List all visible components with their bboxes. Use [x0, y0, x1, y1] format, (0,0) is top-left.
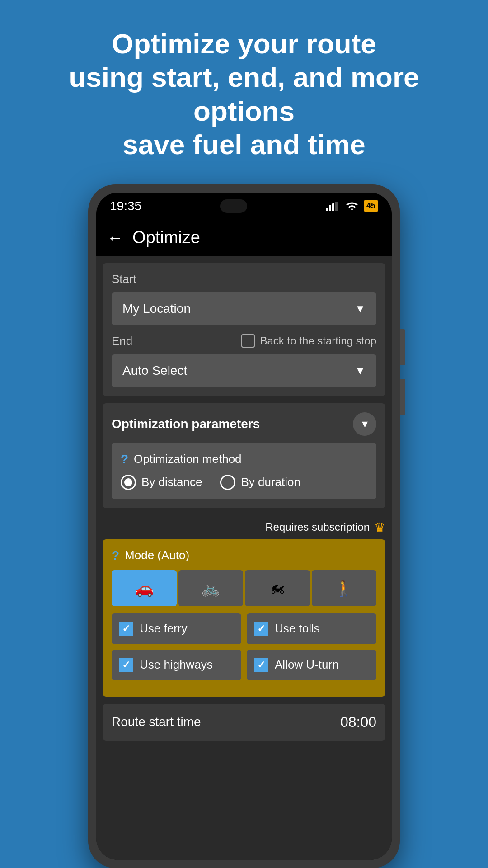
back-to-start-checkbox[interactable] — [241, 334, 255, 348]
back-to-start-checkbox-row[interactable]: Back to the starting stop — [241, 334, 376, 348]
start-dropdown-arrow: ▼ — [355, 302, 366, 315]
route-start-time-row: Route start time 08:00 — [103, 704, 385, 741]
transport-mode-row: 🚗 🚲 🏍 🚶 — [112, 570, 376, 606]
radio-outer-duration — [220, 475, 235, 490]
opt-help-icon[interactable]: ? — [121, 452, 128, 467]
start-dropdown-value: My Location — [122, 302, 191, 316]
radio-by-distance[interactable]: By distance — [121, 475, 202, 490]
use-tolls-checkbox[interactable]: ✓ Use tolls — [247, 613, 376, 644]
allow-uturn-checkmark: ✓ — [257, 659, 265, 671]
back-to-start-label: Back to the starting stop — [260, 335, 376, 347]
hero-line1: Optimize your route — [112, 28, 376, 59]
motorcycle-icon: 🏍 — [270, 579, 285, 597]
radio-row: By distance By duration — [121, 475, 367, 490]
battery-icon: 45 — [364, 200, 378, 212]
optimization-params-section: Optimization parameters ▾ ? Optimization… — [103, 403, 385, 508]
use-ferry-label: Use ferry — [140, 622, 187, 636]
transport-car-button[interactable]: 🚗 — [112, 570, 177, 606]
radio-by-duration[interactable]: By duration — [220, 475, 300, 490]
crown-icon: ♛ — [374, 520, 385, 535]
use-tolls-label: Use tolls — [275, 622, 320, 636]
hero-line2: using start, end, and more options — [69, 61, 419, 126]
signal-icon — [326, 201, 340, 211]
use-highways-label: Use highways — [140, 658, 213, 672]
status-notch — [220, 199, 247, 213]
mode-help-icon[interactable]: ? — [112, 548, 119, 563]
radio-inner-distance — [124, 478, 132, 486]
status-time: 19:35 — [110, 199, 141, 213]
allow-uturn-check-box: ✓ — [254, 658, 268, 672]
subscription-notice: Requires subscription ♛ — [96, 515, 392, 539]
opt-header: Optimization parameters ▾ — [112, 412, 376, 436]
app-header: ← Optimize — [96, 220, 392, 256]
route-time-label: Route start time — [112, 715, 201, 729]
options-grid: ✓ Use ferry ✓ Use tolls ✓ U — [112, 613, 376, 680]
opt-method-row: ? Optimization method — [121, 452, 367, 467]
status-bar: 19:35 45 — [96, 193, 392, 220]
sub-text: Requires subscription — [265, 521, 370, 533]
walking-icon: 🚶 — [334, 579, 353, 597]
end-dropdown[interactable]: Auto Select ▼ — [112, 354, 376, 387]
phone-frame: 19:35 45 ← — [88, 184, 400, 868]
hero-line3: save fuel and time — [122, 129, 366, 160]
hero-text: Optimize your route using start, end, an… — [0, 0, 488, 184]
side-button-2 — [400, 379, 405, 415]
route-time-value: 08:00 — [340, 714, 376, 731]
svg-rect-0 — [326, 208, 328, 211]
svg-rect-1 — [329, 205, 331, 211]
start-dropdown[interactable]: My Location ▼ — [112, 292, 376, 325]
svg-rect-3 — [335, 202, 338, 211]
allow-uturn-label: Allow U-turn — [275, 658, 339, 672]
radio-outer-distance — [121, 475, 136, 490]
end-dropdown-value: Auto Select — [122, 363, 187, 378]
radio-label-distance: By distance — [141, 475, 202, 489]
wifi-icon — [345, 201, 359, 211]
bicycle-icon: 🚲 — [201, 579, 220, 597]
start-label: Start — [112, 272, 376, 286]
use-ferry-check-box: ✓ — [119, 622, 133, 636]
radio-label-duration: By duration — [241, 475, 300, 489]
use-ferry-checkmark: ✓ — [122, 623, 130, 635]
svg-rect-2 — [332, 203, 334, 211]
phone-inner: 19:35 45 ← — [96, 193, 392, 860]
end-row: End Back to the starting stop — [112, 334, 376, 348]
start-section: Start My Location ▼ End Back to the star… — [103, 263, 385, 396]
car-icon: 🚗 — [135, 579, 154, 597]
transport-bicycle-button[interactable]: 🚲 — [178, 570, 244, 606]
use-tolls-checkmark: ✓ — [257, 623, 265, 635]
page-title: Optimize — [132, 228, 200, 247]
expand-opt-button[interactable]: ▾ — [353, 412, 376, 436]
use-highways-checkmark: ✓ — [122, 659, 130, 671]
content-area: Start My Location ▼ End Back to the star… — [96, 256, 392, 860]
back-button[interactable]: ← — [107, 228, 123, 247]
opt-params-title: Optimization parameters — [112, 417, 260, 431]
use-highways-checkbox[interactable]: ✓ Use highways — [112, 650, 241, 680]
use-highways-check-box: ✓ — [119, 658, 133, 672]
status-icons: 45 — [326, 200, 378, 212]
end-label: End — [112, 334, 132, 348]
side-button-1 — [400, 329, 405, 365]
mode-title: Mode (Auto) — [125, 548, 189, 562]
opt-method-label: Optimization method — [134, 452, 241, 466]
use-tolls-check-box: ✓ — [254, 622, 268, 636]
transport-walking-button[interactable]: 🚶 — [312, 570, 377, 606]
mode-header-row: ? Mode (Auto) — [112, 548, 376, 563]
transport-motorcycle-button[interactable]: 🏍 — [245, 570, 310, 606]
use-ferry-checkbox[interactable]: ✓ Use ferry — [112, 613, 241, 644]
mode-section: ? Mode (Auto) 🚗 🚲 🏍 🚶 — [103, 539, 385, 697]
allow-uturn-checkbox[interactable]: ✓ Allow U-turn — [247, 650, 376, 680]
end-dropdown-arrow: ▼ — [355, 364, 366, 377]
opt-inner: ? Optimization method By distance — [112, 443, 376, 499]
